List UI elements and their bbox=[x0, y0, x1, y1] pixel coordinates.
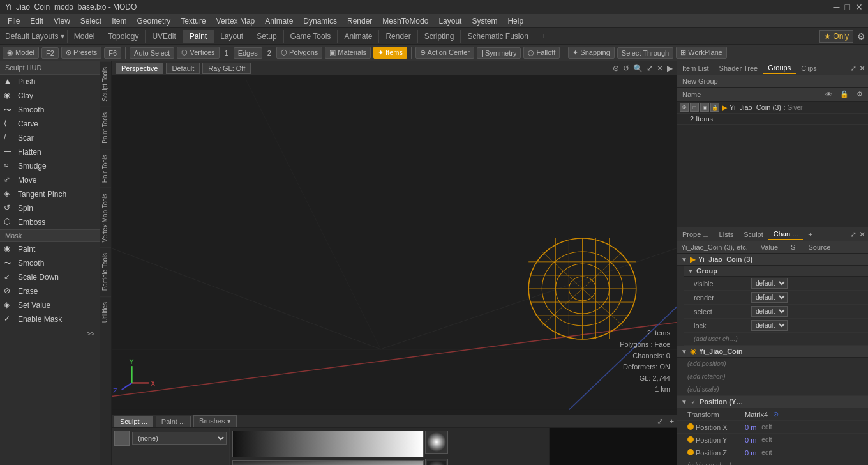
tab-clips[interactable]: Clips bbox=[796, 63, 821, 73]
viewport-canvas[interactable]: X Y Z 2 Items Polygons : Face Channels: … bbox=[112, 75, 677, 415]
tool-set-value[interactable]: ◈Set Value bbox=[0, 298, 100, 312]
right-top-expand-icon[interactable]: ⤢ bbox=[850, 64, 857, 73]
item-sel-icon[interactable]: ◉ bbox=[700, 103, 709, 112]
maximize-button[interactable]: □ bbox=[845, 2, 850, 12]
rb-tab-channels[interactable]: Chan ... bbox=[768, 229, 804, 240]
side-tab-sculpt-tools[interactable]: Sculpt Tools bbox=[100, 61, 111, 107]
vp-tab-default[interactable]: Default bbox=[166, 63, 200, 74]
menu-item[interactable]: Item bbox=[107, 15, 131, 27]
menu-select[interactable]: Select bbox=[75, 15, 107, 27]
render-dropdown[interactable]: default bbox=[751, 292, 788, 303]
viewport-zoom-icon[interactable]: 🔍 bbox=[633, 64, 643, 73]
groups-lock-icon[interactable]: 🔒 bbox=[837, 90, 851, 98]
brush-color-swatch[interactable] bbox=[114, 431, 130, 446]
position-y-edit[interactable]: edit bbox=[761, 436, 772, 443]
select-dropdown[interactable]: default bbox=[751, 306, 788, 317]
layout-tab-topology[interactable]: Topology bbox=[101, 30, 146, 43]
layout-tab-scripting[interactable]: Scripting bbox=[418, 30, 461, 43]
menu-system[interactable]: System bbox=[467, 15, 502, 27]
item-lock-icon[interactable]: 🔒 bbox=[710, 103, 719, 112]
tool-spin[interactable]: ↺Spin bbox=[0, 201, 100, 215]
tool-mask-paint[interactable]: ◉Paint bbox=[0, 242, 100, 256]
tab-groups[interactable]: Groups bbox=[763, 63, 796, 74]
edges-button[interactable]: Edges bbox=[234, 47, 262, 59]
group-section-header[interactable]: ▼ Group bbox=[684, 266, 868, 277]
f6-button[interactable]: F6 bbox=[104, 47, 121, 59]
tool-push[interactable]: ▲Push bbox=[0, 75, 100, 89]
rb-tab-sculpt[interactable]: Sculpt bbox=[738, 229, 768, 240]
item-eye-icon[interactable]: 👁 bbox=[680, 103, 689, 112]
layout-tab-paint[interactable]: Paint bbox=[183, 30, 214, 43]
new-group-button[interactable]: New Group bbox=[677, 75, 868, 88]
materials-button[interactable]: ▣ Materials bbox=[325, 47, 371, 59]
prop-section-header-yi-jiao-coin-3[interactable]: ▼ ▶ Yi_Jiao_Coin (3) bbox=[677, 254, 868, 266]
workplane-button[interactable]: ⊞ WorkPlane bbox=[676, 47, 727, 59]
tool-emboss[interactable]: ⬡Emboss bbox=[0, 215, 100, 229]
menu-layout[interactable]: Layout bbox=[433, 15, 467, 27]
mask-section-header[interactable]: Mask bbox=[0, 229, 100, 242]
layout-tab-schematic[interactable]: Schematic Fusion bbox=[461, 30, 535, 43]
layout-tab-model[interactable]: Model bbox=[68, 30, 102, 43]
close-button[interactable]: ✕ bbox=[855, 2, 863, 12]
menu-file[interactable]: File bbox=[3, 15, 25, 27]
tool-flatten[interactable]: —Flatten bbox=[0, 145, 100, 159]
transform-link-icon[interactable]: ⊙ bbox=[773, 410, 779, 418]
item-render-icon[interactable]: □ bbox=[690, 103, 699, 112]
menu-vertex-map[interactable]: Vertex Map bbox=[211, 15, 260, 27]
viewport-refresh-icon[interactable]: ↺ bbox=[623, 64, 629, 73]
tool-scale-down[interactable]: ↙Scale Down bbox=[0, 270, 100, 284]
vp-tab-perspective[interactable]: Perspective bbox=[116, 63, 163, 74]
side-tab-vertex-map-tools[interactable]: Vertex Map Tools bbox=[100, 188, 111, 248]
bottom-tab-brushes[interactable]: Brushes ▾ bbox=[193, 415, 236, 427]
position-x-radio[interactable] bbox=[687, 423, 694, 430]
add-user-ch-label[interactable]: (add user ch…) bbox=[694, 335, 738, 342]
position-z-radio[interactable] bbox=[687, 449, 694, 455]
add-scale-label[interactable]: (add scale) bbox=[687, 386, 719, 393]
viewport-close-icon[interactable]: ✕ bbox=[657, 64, 663, 73]
visible-dropdown[interactable]: default bbox=[751, 278, 788, 289]
tool-smooth[interactable]: 〜Smooth bbox=[0, 103, 100, 117]
layout-tab-uvedit[interactable]: UVEdit bbox=[146, 30, 183, 43]
default-layouts-dropdown[interactable]: Default Layouts ▾ bbox=[3, 30, 68, 43]
bottom-tab-paint[interactable]: Paint ... bbox=[156, 416, 191, 427]
select-through-button[interactable]: Select Through bbox=[617, 47, 673, 59]
rb-tab-lists[interactable]: Lists bbox=[714, 229, 739, 240]
right-top-close-icon[interactable]: ✕ bbox=[859, 64, 865, 73]
add-rotation-label[interactable]: (add rotation) bbox=[687, 373, 725, 380]
prop-section-header-yi-jiao-coin[interactable]: ▼ ◉ Yi_Jiao_Coin bbox=[677, 346, 868, 358]
menu-meshtomodo[interactable]: MeshToModo bbox=[377, 15, 433, 27]
menu-geometry[interactable]: Geometry bbox=[132, 15, 176, 27]
layout-tab-add[interactable]: + bbox=[535, 30, 553, 43]
rb-close-icon[interactable]: ✕ bbox=[859, 230, 865, 239]
menu-dynamics[interactable]: Dynamics bbox=[298, 15, 342, 27]
brush-dropdown[interactable]: (none) bbox=[132, 432, 227, 445]
prop-section-header-position[interactable]: ▼ ☑ Position (Y… bbox=[677, 396, 868, 408]
layout-tab-layout[interactable]: Layout bbox=[214, 30, 250, 43]
layout-gear-button[interactable]: ⚙ bbox=[857, 31, 865, 42]
tool-move[interactable]: ⤢Move bbox=[0, 173, 100, 187]
menu-texture[interactable]: Texture bbox=[176, 15, 211, 27]
side-tab-utilities[interactable]: Utilities bbox=[100, 296, 111, 328]
vp-tab-ray-gl[interactable]: Ray GL: Off bbox=[202, 63, 251, 74]
layout-tab-animate[interactable]: Animate bbox=[338, 30, 379, 43]
layout-tab-render[interactable]: Render bbox=[379, 30, 417, 43]
menu-help[interactable]: Help bbox=[502, 15, 528, 27]
tool-scar[interactable]: /Scar bbox=[0, 131, 100, 145]
tool-tangent-pinch[interactable]: ◈Tangent Pinch bbox=[0, 187, 100, 201]
layout-tab-game-tools[interactable]: Game Tools bbox=[284, 30, 338, 43]
vertices-button[interactable]: ⬡ Vertices bbox=[177, 47, 219, 59]
menu-animate[interactable]: Animate bbox=[260, 15, 298, 27]
tab-item-list[interactable]: Item List bbox=[677, 63, 714, 73]
position-x-edit[interactable]: edit bbox=[761, 423, 772, 431]
item-row-2items[interactable]: 2 Items bbox=[677, 114, 868, 125]
f2-button[interactable]: F2 bbox=[41, 47, 59, 59]
bottom-expand-icon[interactable]: ⤢ bbox=[657, 416, 664, 426]
item-row-yi-jiao-coin-group[interactable]: 👁 □ ◉ 🔒 ▶ Yi_Jiao_Coin (3) : Giver bbox=[677, 102, 868, 114]
snapping-button[interactable]: ✦ Snapping bbox=[568, 47, 615, 59]
side-tab-paint-tools[interactable]: Paint Tools bbox=[100, 107, 111, 149]
tab-shader-tree[interactable]: Shader Tree bbox=[714, 63, 763, 73]
position-z-edit[interactable]: edit bbox=[761, 449, 772, 456]
bottom-tab-sculpt[interactable]: Sculpt ... bbox=[114, 416, 153, 427]
tool-erase[interactable]: ⊘Erase bbox=[0, 284, 100, 298]
rb-expand-icon[interactable]: ⤢ bbox=[850, 230, 857, 239]
